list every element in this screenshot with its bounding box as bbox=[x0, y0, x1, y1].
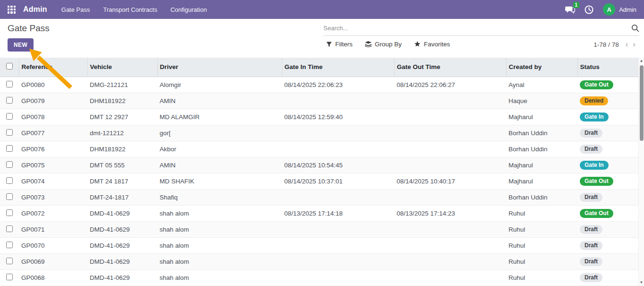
cell-reference: GP0078 bbox=[19, 109, 87, 125]
apps-grid-icon[interactable] bbox=[8, 6, 16, 14]
table-row[interactable]: GP0079DHM181922AMINHaqueDenied bbox=[0, 93, 638, 109]
row-select-cell bbox=[0, 77, 19, 93]
column-header-status[interactable]: Status bbox=[577, 58, 638, 77]
row-select-cell bbox=[0, 237, 19, 253]
cell-vehicle: DHM181922 bbox=[87, 93, 157, 109]
cell-gate-out bbox=[394, 253, 506, 269]
cell-status: Draft bbox=[577, 221, 638, 237]
filter-funnel-icon bbox=[326, 42, 332, 47]
user-menu[interactable]: A Admin bbox=[603, 3, 636, 16]
scrollbar-thumb[interactable] bbox=[640, 65, 644, 141]
cell-driver: shah alom bbox=[157, 269, 282, 286]
cell-gate-out: 08/13/2025 17:14:23 bbox=[394, 205, 506, 221]
favorites-button[interactable]: Favorites bbox=[414, 41, 450, 48]
group-by-button[interactable]: Group By bbox=[365, 41, 402, 48]
table-row[interactable]: GP0080DMG-212121Alomgir08/14/2025 22:06:… bbox=[0, 77, 638, 93]
pager-nav: ‹ › bbox=[626, 41, 636, 48]
cell-driver: Shafiq bbox=[157, 189, 282, 205]
clock-icon bbox=[585, 5, 593, 14]
cell-status: Draft bbox=[577, 141, 638, 157]
cell-created-by: Majharul bbox=[506, 157, 577, 173]
cell-created-by: Ruhul bbox=[506, 269, 577, 286]
gate-pass-list-view: Admin Gate Pass Transport Contracts Conf… bbox=[0, 0, 644, 286]
cell-driver: AMIN bbox=[157, 93, 282, 109]
row-checkbox[interactable] bbox=[6, 209, 13, 216]
column-header-driver[interactable]: Driver bbox=[157, 58, 282, 77]
table-row[interactable]: GP0078DMT 12 2927MD ALAMGIR08/14/2025 12… bbox=[0, 109, 638, 125]
filters-button[interactable]: Filters bbox=[326, 41, 353, 48]
table-row[interactable]: GP0072DMD-41-0629shah alom08/13/2025 17:… bbox=[0, 205, 638, 221]
cell-created-by: Borhan Uddin bbox=[506, 125, 577, 141]
column-header-vehicle[interactable]: Vehicle bbox=[87, 58, 157, 77]
cell-status: Gate In bbox=[577, 109, 638, 125]
messages-icon[interactable]: 1 bbox=[565, 5, 575, 14]
status-badge: Draft bbox=[580, 225, 602, 234]
table-row[interactable]: GP0070DMD-41-0629shah alomRuhulDraft bbox=[0, 237, 638, 253]
row-checkbox[interactable] bbox=[6, 113, 13, 120]
status-badge: Gate Out bbox=[580, 209, 613, 218]
column-header-gate-out-time[interactable]: Gate Out Time bbox=[394, 58, 506, 77]
pager-next-icon[interactable]: › bbox=[633, 41, 636, 48]
cell-gate-in: 08/13/2025 17:14:18 bbox=[282, 205, 394, 221]
row-checkbox[interactable] bbox=[6, 145, 13, 152]
table-row[interactable]: GP0074DMT 24 1817MD SHAFIK08/14/2025 10:… bbox=[0, 173, 638, 189]
table-row[interactable]: GP0068DMD-41-0629shah alomRuhulDraft bbox=[0, 269, 638, 286]
pager-previous-icon[interactable]: ‹ bbox=[626, 41, 628, 48]
cell-driver: Akbor bbox=[157, 141, 282, 157]
cell-gate-out bbox=[394, 237, 506, 253]
row-checkbox[interactable] bbox=[6, 177, 13, 184]
nav-item-transport-contracts[interactable]: Transport Contracts bbox=[103, 6, 157, 13]
cell-gate-out bbox=[394, 221, 506, 237]
cell-created-by: Majharul bbox=[506, 173, 577, 189]
row-select-cell bbox=[0, 269, 19, 286]
app-name-menu[interactable]: Admin bbox=[23, 5, 47, 14]
table-row[interactable]: GP0076DHM181922AkborBorhan UddinDraft bbox=[0, 141, 638, 157]
cell-gate-in: 08/14/2025 12:59:40 bbox=[282, 109, 394, 125]
cell-status: Gate Out bbox=[577, 205, 638, 221]
cell-vehicle: DMG-212121 bbox=[87, 77, 157, 93]
activities-clock-icon[interactable] bbox=[585, 5, 593, 14]
row-checkbox[interactable] bbox=[6, 161, 13, 168]
row-checkbox[interactable] bbox=[6, 225, 13, 232]
search-input[interactable] bbox=[323, 25, 631, 32]
cell-status: Draft bbox=[577, 253, 638, 269]
vertical-scrollbar: ▲ ▼ bbox=[638, 58, 644, 286]
table-row[interactable]: GP0075DMT 05 555AMIN08/14/2025 10:54:45M… bbox=[0, 157, 638, 173]
scroll-up-icon[interactable]: ▲ bbox=[639, 58, 644, 64]
row-checkbox[interactable] bbox=[6, 97, 13, 104]
table-body: GP0080DMG-212121Alomgir08/14/2025 22:06:… bbox=[0, 77, 638, 286]
top-navbar: Admin Gate Pass Transport Contracts Conf… bbox=[0, 0, 644, 19]
row-select-cell bbox=[0, 173, 19, 189]
cell-status: Gate In bbox=[577, 157, 638, 173]
cell-gate-in bbox=[282, 189, 394, 205]
select-all-cell bbox=[0, 58, 19, 77]
table-row[interactable]: GP0071DMD-41-0629shah alomRuhulDraft bbox=[0, 221, 638, 237]
nav-item-gate-pass[interactable]: Gate Pass bbox=[61, 6, 90, 13]
row-checkbox[interactable] bbox=[6, 193, 13, 200]
status-badge: Denied bbox=[580, 96, 608, 105]
select-all-checkbox[interactable] bbox=[6, 63, 13, 69]
row-checkbox[interactable] bbox=[6, 274, 13, 280]
nav-item-configuration[interactable]: Configuration bbox=[170, 6, 207, 13]
table-row[interactable]: GP0069DMD-41-0629shah alomRuhulDraft bbox=[0, 253, 638, 269]
status-badge: Draft bbox=[580, 241, 602, 250]
cell-gate-out bbox=[394, 269, 506, 286]
status-badge: Draft bbox=[580, 257, 602, 266]
table-row[interactable]: GP0073DMT-24-1817ShafiqBorhan UddinDraft bbox=[0, 189, 638, 205]
cell-driver: gor[ bbox=[157, 125, 282, 141]
row-checkbox[interactable] bbox=[6, 258, 13, 264]
column-header-gate-in-time[interactable]: Gate In Time bbox=[282, 58, 394, 77]
scroll-down-icon[interactable]: ▼ bbox=[639, 279, 644, 286]
column-header-created-by[interactable]: Created by bbox=[506, 58, 577, 77]
cell-reference: GP0075 bbox=[19, 157, 87, 173]
new-button[interactable]: NEW bbox=[8, 38, 34, 52]
column-header-reference[interactable]: Reference bbox=[19, 58, 87, 77]
row-checkbox[interactable] bbox=[6, 81, 13, 87]
pager-value[interactable]: 1-78 / 78 bbox=[593, 41, 619, 48]
row-checkbox[interactable] bbox=[6, 129, 13, 136]
search-icon[interactable] bbox=[631, 24, 639, 32]
table-row[interactable]: GP0077dmt-121212gor[Borhan UddinDraft bbox=[0, 125, 638, 141]
row-checkbox[interactable] bbox=[6, 242, 13, 248]
cell-reference: GP0069 bbox=[19, 253, 87, 269]
cell-created-by: Borhan Uddin bbox=[506, 141, 577, 157]
